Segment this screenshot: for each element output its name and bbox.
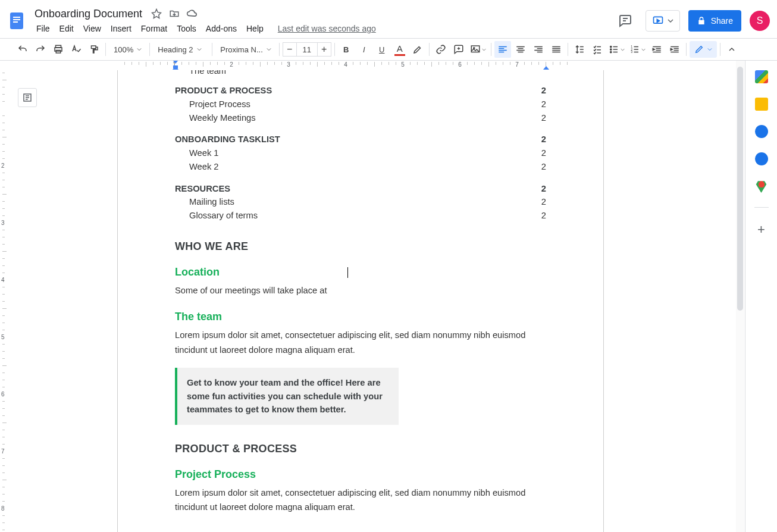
text-color-button[interactable]: A (391, 41, 408, 58)
toc-item: The team (175, 70, 546, 76)
decrease-indent-button[interactable] (648, 41, 665, 58)
calendar-icon[interactable] (755, 70, 768, 83)
star-icon[interactable] (151, 8, 162, 20)
italic-button[interactable]: I (356, 41, 372, 58)
keep-icon[interactable] (755, 98, 768, 111)
callout-text: Get to know your team and the office! He… (187, 376, 389, 417)
svg-point-10 (610, 46, 611, 47)
menu-addons[interactable]: Add-ons (202, 22, 241, 35)
svg-rect-3 (13, 21, 18, 23)
pencil-icon (694, 45, 704, 54)
add-comment-button[interactable] (450, 41, 467, 58)
toc-section[interactable]: PRODUCT & PROCESS2 (175, 84, 546, 98)
menu-help[interactable]: Help (242, 22, 268, 35)
font-size-decrease[interactable]: − (283, 42, 297, 57)
present-button[interactable] (646, 10, 680, 32)
bold-button[interactable]: B (338, 41, 355, 58)
docs-logo[interactable] (5, 9, 29, 33)
menu-file[interactable]: File (32, 22, 54, 35)
menu-bar: File Edit View Insert Format Tools Add-o… (32, 21, 613, 36)
side-panel: + (745, 61, 777, 532)
horizontal-ruler[interactable]: 1234567 (31, 61, 745, 70)
menu-tools[interactable]: Tools (173, 22, 200, 35)
font-size-stepper: − 11 + (283, 42, 331, 57)
checklist-button[interactable] (589, 41, 606, 58)
scrollbar-track[interactable] (736, 61, 744, 532)
svg-rect-1 (13, 17, 20, 18)
svg-rect-2 (13, 19, 20, 20)
avatar[interactable]: S (750, 11, 770, 31)
insert-image-button[interactable] (468, 41, 488, 58)
get-addons-button[interactable]: + (757, 222, 765, 237)
toc-item[interactable]: Week 12 (175, 146, 546, 160)
toc-section[interactable]: RESOURCES2 (175, 182, 546, 196)
heading-product-process: PRODUCT & PROCESS (175, 443, 546, 455)
paragraph: Some of our meetings will take place at (175, 283, 546, 298)
title-area: Onboarding Document File Edit View Inser… (32, 6, 613, 36)
paragraph: Lorem ipsum dolor sit amet, consectetuer… (175, 486, 546, 515)
bulleted-list-button[interactable] (607, 41, 626, 58)
heading-the-team: The team (175, 311, 546, 323)
underline-button[interactable]: U (374, 41, 390, 58)
svg-text:3: 3 (631, 50, 632, 54)
move-icon[interactable] (168, 8, 180, 20)
contacts-icon[interactable] (755, 152, 768, 165)
svg-rect-0 (10, 12, 23, 29)
collapse-toolbar-button[interactable] (723, 41, 740, 58)
scrollbar-thumb[interactable] (737, 67, 743, 311)
heading-location: Location (175, 266, 546, 278)
menu-insert[interactable]: Insert (106, 22, 136, 35)
toc-item[interactable]: Weekly Meetings2 (175, 111, 546, 125)
style-select[interactable]: Heading 2 (153, 41, 209, 58)
font-size-value[interactable]: 11 (297, 42, 317, 57)
toolbar: 100% Heading 2 Proxima N... − 11 + B I U… (0, 38, 777, 61)
paint-format-button[interactable] (86, 41, 102, 58)
callout-box: Get to know your team and the office! He… (175, 368, 399, 425)
svg-point-12 (610, 51, 611, 52)
redo-button[interactable] (32, 41, 49, 58)
last-edit-link[interactable]: Last edit was seconds ago (274, 22, 380, 35)
toc-item[interactable]: Mailing lists2 (175, 195, 546, 209)
lock-icon (697, 16, 706, 26)
align-center-button[interactable] (512, 41, 529, 58)
text-cursor (347, 267, 348, 278)
maps-icon[interactable] (755, 180, 768, 193)
first-line-indent[interactable] (173, 61, 178, 64)
cloud-status-icon[interactable] (186, 8, 198, 20)
share-label: Share (711, 16, 733, 26)
share-button[interactable]: Share (688, 10, 741, 32)
align-justify-button[interactable] (548, 41, 565, 58)
document-page[interactable]: The team PRODUCT & PROCESS2Project Proce… (117, 70, 604, 532)
toc-section[interactable]: ONBOARDING TASKLIST2 (175, 133, 546, 146)
highlight-button[interactable] (409, 41, 426, 58)
doc-title[interactable]: Onboarding Document (32, 7, 145, 21)
toc-item[interactable]: Project Process2 (175, 98, 546, 111)
editing-mode-button[interactable] (690, 41, 717, 58)
right-indent[interactable] (543, 66, 549, 70)
spellcheck-button[interactable] (68, 41, 84, 58)
menu-edit[interactable]: Edit (55, 22, 78, 35)
font-select[interactable]: Proxima N... (215, 41, 276, 58)
paragraph: Lorem ipsum dolor sit amet, consectetuer… (175, 328, 546, 357)
menu-format[interactable]: Format (137, 22, 171, 35)
tasks-icon[interactable] (755, 125, 768, 138)
font-size-increase[interactable]: + (317, 42, 331, 57)
zoom-select[interactable]: 100% (109, 41, 146, 58)
insert-link-button[interactable] (433, 41, 449, 58)
svg-point-11 (610, 49, 611, 50)
heading-who-we-are: WHO WE ARE (175, 240, 546, 253)
print-button[interactable] (50, 41, 67, 58)
increase-indent-button[interactable] (666, 41, 683, 58)
comments-icon[interactable] (613, 9, 637, 33)
numbered-list-button[interactable]: 123 (628, 41, 647, 58)
undo-button[interactable] (14, 41, 31, 58)
vertical-ruler[interactable]: 2345678 (0, 70, 8, 532)
align-right-button[interactable] (530, 41, 547, 58)
editor-main: 1234567 2345678 The team PRODUCT & PROCE… (0, 61, 745, 532)
toc-item[interactable]: Glossary of terms2 (175, 209, 546, 223)
line-spacing-button[interactable] (571, 41, 588, 58)
heading-project-process: Project Process (175, 468, 546, 481)
align-left-button[interactable] (494, 41, 511, 58)
toc-item[interactable]: Week 22 (175, 160, 546, 174)
menu-view[interactable]: View (79, 22, 105, 35)
